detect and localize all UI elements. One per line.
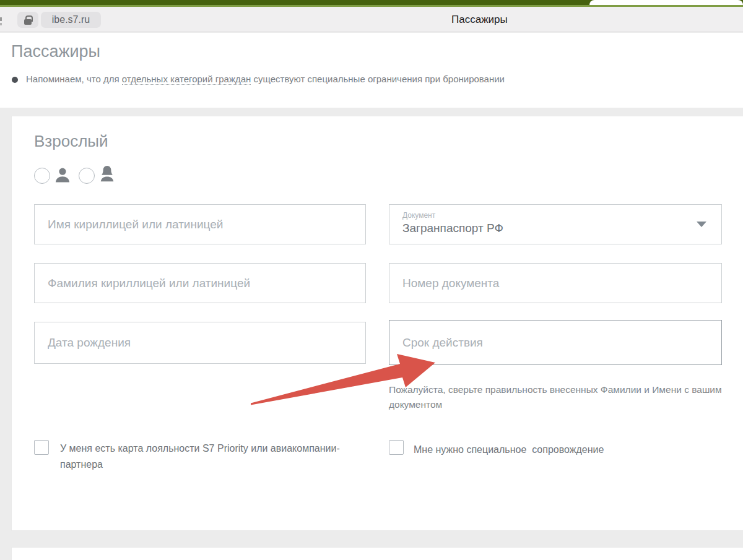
loyalty-card-checkbox[interactable] [34,440,49,455]
next-section-card [11,547,743,560]
url-text: ibe.s7.ru [52,14,90,25]
browser-tab-title: Пассажиры [451,14,508,26]
bullet-icon [12,77,18,83]
browser-address-bar: ibe.s7.ru Пассажиры [0,7,743,32]
birth-date-input[interactable] [34,322,366,364]
passenger-type-title: Взрослый [34,132,108,151]
loyalty-card-label: У меня есть карта лояльности S7 Priority… [60,441,367,473]
notice-text: Напоминаем, что для отдельных категорий … [26,74,707,84]
document-select-value: Загранпаспорт РФ [402,222,503,235]
cutoff-ui-fragment [0,23,2,25]
notice-link[interactable]: отдельных категорий граждан [122,74,251,85]
page-title: Пассажиры [11,42,100,61]
document-type-select[interactable]: Документ Загранпаспорт РФ [389,204,722,244]
gender-female-radio[interactable] [79,168,95,184]
last-name-input[interactable] [34,263,366,303]
document-number-input[interactable] [389,263,722,303]
url-chip[interactable]: ibe.s7.ru [41,12,101,28]
cutoff-ui-fragment [0,17,2,21]
verify-name-note: Пожалуйста, сверьте правильность внесенн… [389,382,723,412]
special-assistance-checkbox[interactable] [389,440,404,455]
document-select-label: Документ [402,211,435,220]
lock-icon [24,19,32,25]
first-name-input[interactable] [34,204,366,244]
gender-male-radio[interactable] [34,168,50,184]
notice-prefix: Напоминаем, что для [26,74,122,84]
browser-tab-shape[interactable] [589,0,743,5]
female-silhouette-icon[interactable] [98,164,116,184]
page-header: Пассажиры Напоминаем, что для отдельных … [0,33,743,108]
ssl-lock-badge[interactable] [17,12,38,28]
special-assistance-label: Мне нужно специальное сопровождение [414,442,711,458]
browser-accent-line [0,5,743,7]
expiry-date-input[interactable] [389,320,722,365]
male-silhouette-icon[interactable] [54,166,71,184]
notice-suffix: существуют специальные ограничения при б… [251,74,505,84]
chevron-down-icon [697,222,706,227]
